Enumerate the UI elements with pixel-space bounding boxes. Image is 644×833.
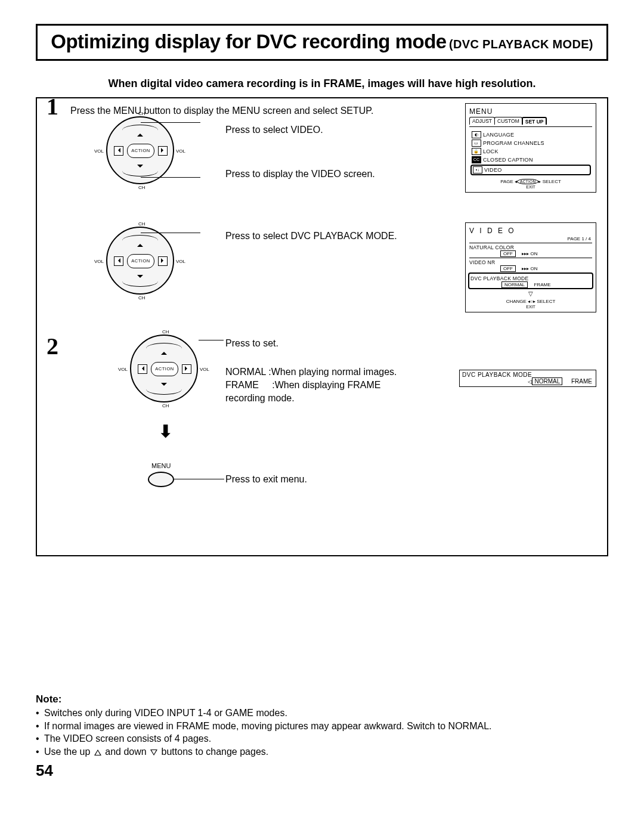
- title-main: Optimizing display for DVC recording mod…: [51, 30, 446, 52]
- row-natural-options: OFF ▸▸▸ ON: [469, 251, 592, 256]
- opt-frame: FRAME: [534, 282, 550, 287]
- frame-desc-1: :When displaying FRAME: [272, 380, 380, 390]
- arc-top: [122, 125, 158, 136]
- osd-dvc-small: DVC PLAYBACK MODE ◁NORMAL FRAME: [459, 370, 596, 387]
- osd-small-label: DVC PLAYBACK MODE: [462, 371, 593, 378]
- label: CLOSED CAPTION: [483, 157, 533, 163]
- down-triangle-icon: [150, 750, 157, 755]
- right-button-box: [158, 256, 168, 266]
- ch-label-top: CH: [138, 111, 145, 116]
- row-video-nr: VIDEO NR: [469, 259, 592, 265]
- opt-on: ON: [530, 251, 537, 256]
- arc-bottom: [122, 275, 158, 287]
- menu-button-label: MENU: [151, 462, 171, 469]
- tab-setup: SET UP: [522, 117, 547, 125]
- tab-adjust: ADJUST: [469, 117, 495, 125]
- down-arrow-big-icon: ⬇: [159, 422, 172, 441]
- vol-label-right: VOL: [176, 148, 185, 154]
- video-icon: ▪↓: [473, 166, 482, 174]
- procedure-box: 1 Press the MENU button to display the M…: [36, 97, 608, 556]
- arc-bottom: [146, 383, 182, 395]
- menu-item-program-channels: ▭PROGRAM CHANNELS: [472, 139, 590, 147]
- ch-label-bottom: CH: [138, 295, 145, 301]
- arc-top: [122, 235, 158, 246]
- osd-menu-title: MENU: [469, 107, 592, 116]
- footer-exit: EXIT: [526, 305, 535, 309]
- note-2: If normal images are viewed in FRAME mod…: [36, 720, 608, 733]
- notes-section: Note: Switches only during VIDEO INPUT 1…: [36, 693, 608, 758]
- note-4: Use the up and down buttons to change pa…: [36, 745, 608, 758]
- osd-small-options: ◁NORMAL FRAME: [462, 378, 593, 385]
- note-3: The VIDEO screen consists of 4 pages.: [36, 732, 608, 745]
- title-box: Optimizing display for DVC recording mod…: [36, 24, 608, 61]
- opt-normal-selected: NORMAL: [532, 377, 562, 385]
- step-2-number: 2: [47, 332, 58, 360]
- notes-heading: Note:: [36, 693, 608, 705]
- opt-off: OFF: [500, 250, 516, 257]
- menu-item-video-selected: ▪↓VIDEO: [470, 165, 591, 175]
- ch-label-bottom: CH: [162, 403, 169, 408]
- label: LOCK: [483, 148, 499, 154]
- vol-label-left: VOL: [94, 259, 104, 264]
- page-number: 54: [36, 761, 608, 780]
- note-4c: buttons to change pages.: [159, 747, 268, 757]
- right-button-box: [158, 146, 168, 156]
- label: VIDEO: [484, 167, 502, 173]
- note-4a: Use the up: [44, 747, 93, 757]
- step-1-number: 1: [47, 92, 58, 120]
- row-nr-options: OFF ▸▸▸ ON: [469, 266, 592, 271]
- opt-frame: FRAME: [571, 378, 592, 385]
- note-4b: and down: [103, 747, 149, 757]
- vol-label-left: VOL: [94, 148, 104, 154]
- leader-line: [141, 122, 200, 123]
- label: PROGRAM CHANNELS: [483, 140, 544, 146]
- title-sub: (DVC PLAYBACK MODE): [449, 38, 593, 51]
- down-triangle-icon: ▽: [469, 290, 592, 297]
- up-triangle-icon: [94, 750, 101, 755]
- row-dvc: DVC PLAYBACK MODE: [470, 275, 591, 281]
- intro-text: When digital video camera recording is i…: [36, 78, 608, 90]
- opt-off: OFF: [500, 265, 516, 272]
- globe-icon: ◐: [472, 131, 481, 138]
- footer-change: CHANGE: [506, 299, 527, 304]
- menu-item-closed-caption: CCCLOSED CAPTION: [472, 156, 590, 164]
- menu-button-icon: [148, 472, 174, 487]
- tv-icon: ▭: [472, 140, 481, 147]
- label: LANGUAGE: [483, 132, 514, 138]
- action-oval-icon: ACTION: [517, 179, 538, 184]
- leader-line: [141, 233, 200, 233]
- lock-icon: 🔒: [472, 148, 481, 155]
- osd-video-footer: CHANGE ◂○▸ SELECT EXIT: [469, 299, 592, 309]
- vol-label-right: VOL: [200, 367, 209, 372]
- osd-video: V I D E O PAGE 1 / 4 NATURAL COLOR OFF ▸…: [465, 222, 596, 312]
- footer-exit: EXIT: [526, 185, 535, 189]
- row-natural-color: NATURAL COLOR: [469, 243, 592, 250]
- osd-video-title: V I D E O: [469, 227, 592, 235]
- vol-label-left: VOL: [118, 367, 128, 372]
- remote-dial-3: ACTION CH CH VOL VOL: [130, 335, 198, 402]
- left-button-box: [138, 364, 147, 374]
- footer-select: SELECT: [543, 179, 561, 184]
- remote-dial-2: ACTION CH CH VOL VOL: [106, 227, 174, 295]
- step-2-set: Press to set.: [225, 338, 597, 349]
- osd-menu-footer: PAGE ◂ACTION▸ SELECT EXIT: [469, 179, 592, 190]
- step-2-exit: Press to exit menu.: [225, 474, 307, 485]
- ch-label-top: CH: [162, 329, 169, 335]
- leader-line: [141, 177, 200, 178]
- remote-dial-1: ACTION CH CH VOL VOL: [106, 116, 174, 184]
- ch-label-bottom: CH: [138, 185, 145, 190]
- footer-select: SELECT: [537, 299, 555, 304]
- footer-page: PAGE: [500, 179, 513, 184]
- osd-menu: MENU ADJUST CUSTOM SET UP ◐LANGUAGE ▭PRO…: [465, 103, 596, 193]
- arc-bottom: [122, 165, 158, 176]
- action-button: ACTION: [151, 362, 178, 376]
- action-button: ACTION: [127, 144, 154, 158]
- opt-on: ON: [530, 266, 537, 271]
- arc-top: [146, 343, 182, 354]
- left-button-box: [114, 256, 123, 266]
- note-1: Switches only during VIDEO INPUT 1-4 or …: [36, 707, 608, 720]
- menu-item-language: ◐LANGUAGE: [472, 131, 590, 139]
- osd-video-page: PAGE 1 / 4: [469, 236, 591, 241]
- vol-label-right: VOL: [176, 259, 185, 264]
- left-button-box: [114, 146, 123, 156]
